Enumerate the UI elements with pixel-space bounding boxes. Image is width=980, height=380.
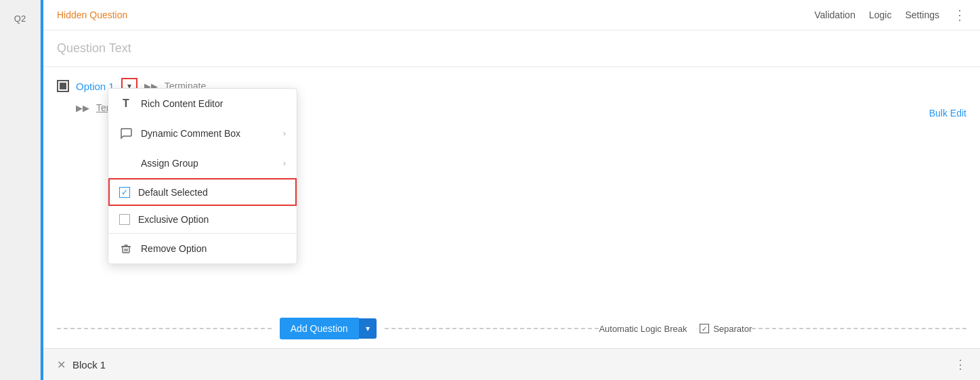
hidden-question-label: Hidden Question [57,9,127,20]
block-label: Block 1 [72,359,106,371]
menu-item-dynamic-comment[interactable]: Dynamic Comment Box › [108,119,297,148]
assign-group-arrow-icon: › [283,159,286,168]
menu-item-remove-option-label: Remove Option [141,243,286,254]
menu-item-exclusive-option-label: Exclusive Option [138,214,286,225]
menu-item-rich-content-label: Rich Content Editor [141,98,286,109]
dashed-line-left [57,328,272,329]
comment-bubble-icon [119,127,133,140]
block-more-icon[interactable]: ⋮ [954,357,966,372]
add-question-main-button[interactable]: Add Question [280,318,359,339]
menu-item-rich-content[interactable]: T Rich Content Editor [108,89,297,119]
default-selected-checkbox-icon: ✓ [119,187,130,198]
question-label: Q2 [14,14,26,24]
add-question-button-group: Add Question ▾ [280,318,377,339]
dotdot-separator-1: ·· [695,324,700,333]
auto-logic-label: Automatic Logic Break [599,324,687,334]
terminate-arrows-2: ▶▶ [76,103,89,113]
sidebar: Q2 [0,0,41,380]
top-bar-actions: Validation Logic Settings ⋮ [814,8,966,22]
exclusive-option-checkbox-icon [119,214,130,225]
close-block-icon[interactable]: ✕ [57,358,66,371]
menu-item-dynamic-comment-label: Dynamic Comment Box [141,128,275,139]
separator-label: Separator [713,324,752,334]
svg-rect-0 [60,83,66,89]
bulk-edit-button[interactable]: Bulk Edit [929,108,966,119]
context-menu: T Rich Content Editor Dynamic Comment Bo… [108,88,297,264]
auto-logic-area: Automatic Logic Break [599,324,687,334]
block-footer: ✕ Block 1 ⋮ [43,348,980,380]
header-more-icon[interactable]: ⋮ [953,8,966,22]
block-footer-left: ✕ Block 1 [57,358,106,371]
dashed-line-mid [385,328,599,329]
question-text-placeholder: Question Text [57,41,131,55]
logic-action[interactable]: Logic [869,9,891,20]
add-question-bar: Add Question ▾ Automatic Logic Break ·· … [43,318,980,339]
main-content: Hidden Question Validation Logic Setting… [43,0,980,380]
menu-item-default-selected[interactable]: ✓ Default Selected [108,178,297,206]
menu-item-exclusive-option[interactable]: Exclusive Option [108,206,297,233]
dashed-line-right [752,328,966,329]
assign-group-icon [119,156,133,170]
top-bar: Hidden Question Validation Logic Setting… [43,0,980,30]
validation-action[interactable]: Validation [814,9,855,20]
settings-action[interactable]: Settings [905,9,939,20]
menu-item-assign-group-label: Assign Group [141,158,275,169]
separator-area: ✓ Separator [700,324,752,334]
rich-content-icon: T [119,97,133,110]
menu-item-default-selected-label: Default Selected [138,187,286,198]
option-checkbox-icon[interactable] [57,80,69,92]
separator-checkbox-icon[interactable]: ✓ [700,324,709,333]
trash-icon [119,242,133,255]
dynamic-comment-arrow-icon: › [283,129,286,138]
menu-item-remove-option[interactable]: Remove Option [108,233,297,263]
menu-item-assign-group[interactable]: Assign Group › [108,148,297,178]
question-text-area[interactable]: Question Text [43,30,980,67]
add-question-arrow-button[interactable]: ▾ [359,318,377,339]
